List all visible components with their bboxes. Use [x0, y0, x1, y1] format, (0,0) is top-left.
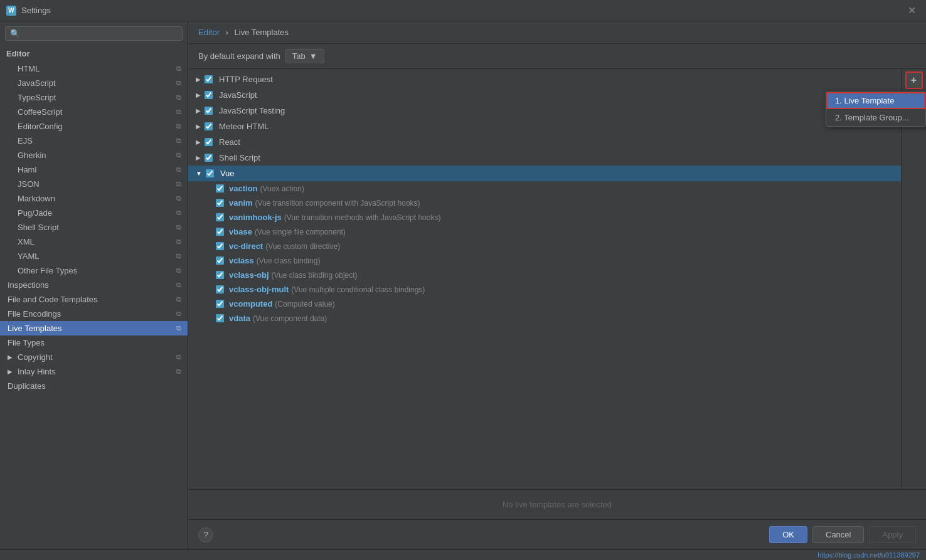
template-group-httprequest: ▶ HTTP Request: [188, 71, 901, 87]
sidebar-item-html[interactable]: HTML ⧉: [0, 61, 188, 76]
sidebar-item-yaml[interactable]: YAML ⧉: [0, 249, 188, 263]
sidebar-item-label: CoffeeScript: [18, 107, 62, 117]
template-group-javascripttesting: ▶ JavaScript Testing: [188, 103, 901, 119]
menu-item-livetemplate[interactable]: 1. Live Template: [826, 92, 925, 109]
sidebar-item-haml[interactable]: Haml ⧉: [0, 162, 188, 177]
expand-arrow-icon: ▶: [196, 76, 201, 83]
list-item[interactable]: vclass (Vue class binding): [188, 253, 901, 268]
item-name: vclass-obj-mult: [229, 285, 289, 294]
sidebar-item-json[interactable]: JSON ⧉: [0, 177, 188, 191]
sidebar-item-fileandcodetemplates[interactable]: File and Code Templates ⧉: [0, 292, 188, 307]
list-item[interactable]: vcomputed (Computed value): [188, 297, 901, 311]
sidebar-item-fileencodings[interactable]: File Encodings ⧉: [0, 307, 188, 321]
item-checkbox[interactable]: [216, 213, 224, 221]
search-input[interactable]: [23, 29, 178, 38]
copy-icon: ⧉: [176, 295, 181, 304]
sidebar-item-filetypes[interactable]: File Types: [0, 335, 188, 350]
group-checkbox-javascript[interactable]: [205, 91, 213, 99]
add-button[interactable]: +: [905, 71, 923, 89]
copy-icon: ⧉: [176, 310, 181, 318]
sidebar-item-gherkin[interactable]: Gherkin ⧉: [0, 148, 188, 162]
sidebar-item-label: Other File Types: [18, 266, 77, 275]
help-button[interactable]: ?: [198, 527, 213, 542]
breadcrumb-parent[interactable]: Editor: [198, 28, 220, 37]
item-checkbox[interactable]: [216, 199, 224, 207]
app-icon: W: [6, 6, 16, 16]
sidebar-item-editorconfig[interactable]: EditorConfig ⧉: [0, 119, 188, 134]
group-checkbox-meteorhtml[interactable]: [205, 122, 213, 130]
sidebar-item-duplicates[interactable]: Duplicates: [0, 379, 188, 393]
editor-section-header: Editor: [0, 46, 188, 61]
sidebar-item-javascript[interactable]: JavaScript ⧉: [0, 76, 188, 90]
list-item[interactable]: vc-direct (Vue custom directive): [188, 239, 901, 253]
sidebar-item-xml[interactable]: XML ⧉: [0, 235, 188, 249]
template-group-header-react[interactable]: ▶ React: [188, 134, 901, 150]
copy-icon: ⧉: [176, 223, 181, 231]
copy-icon: ⧉: [176, 93, 181, 102]
group-label: Vue: [220, 169, 235, 178]
item-checkbox[interactable]: [216, 184, 224, 193]
sidebar-item-typescript[interactable]: TypeScript ⧉: [0, 90, 188, 105]
dialog-title: Settings: [21, 6, 904, 15]
sidebar-item-inlayhints[interactable]: ▶ Inlay Hints ⧉: [0, 364, 188, 379]
search-icon: 🔍: [10, 29, 20, 38]
item-checkbox[interactable]: [216, 228, 224, 236]
group-checkbox-javascripttesting[interactable]: [205, 107, 213, 115]
close-button[interactable]: ✕: [904, 3, 920, 18]
sidebar-item-label: JSON: [18, 179, 40, 189]
sidebar-item-markdown[interactable]: Markdown ⧉: [0, 191, 188, 206]
sidebar-item-inspections[interactable]: Inspections ⧉: [0, 278, 188, 292]
template-group-header-vue[interactable]: ▼ Vue: [188, 166, 901, 181]
right-actions-panel: + 1. Live Template 2. Template Group... …: [901, 69, 926, 489]
sidebar-item-shellscript[interactable]: Shell Script ⧉: [0, 220, 188, 235]
item-checkbox[interactable]: [216, 256, 224, 265]
item-checkbox[interactable]: [216, 285, 224, 293]
expand-dropdown[interactable]: Tab ▼: [285, 49, 324, 63]
template-group-vue: ▼ Vue vaction (Vuex action): [188, 166, 901, 325]
template-group-header-javascript[interactable]: ▶ JavaScript: [188, 87, 901, 103]
template-group-header-shellscript[interactable]: ▶ Shell Script: [188, 150, 901, 166]
group-checkbox-httprequest[interactable]: [205, 75, 213, 83]
apply-button[interactable]: Apply: [869, 526, 916, 543]
chevron-down-icon: ▼: [309, 51, 317, 61]
list-item[interactable]: vclass-obj (Vue class binding object): [188, 268, 901, 282]
list-item[interactable]: vdata (Vue component data): [188, 311, 901, 325]
group-checkbox-shellscript[interactable]: [205, 154, 213, 162]
copy-icon: ⧉: [176, 238, 181, 246]
sidebar-item-pugjade[interactable]: Pug/Jade ⧉: [0, 206, 188, 220]
item-desc: (Vuex action): [260, 184, 304, 193]
sidebar-item-ejs[interactable]: EJS ⧉: [0, 134, 188, 148]
sidebar-item-label: Copyright: [18, 352, 53, 362]
menu-item-templategroup[interactable]: 2. Template Group...: [826, 109, 925, 126]
copy-icon: ⧉: [176, 65, 181, 73]
sidebar-item-livetemplates[interactable]: Live Templates ⧉: [0, 321, 188, 335]
group-checkbox-vue[interactable]: [206, 169, 214, 177]
sidebar-item-label: Live Templates: [8, 324, 61, 333]
list-item[interactable]: vaction (Vuex action): [188, 181, 901, 196]
list-item[interactable]: vanimhook-js (Vue transition methods wit…: [188, 210, 901, 225]
template-group-header-httprequest[interactable]: ▶ HTTP Request: [188, 71, 901, 87]
title-bar: W Settings ✕: [0, 0, 926, 21]
status-bar: https://blog.csdn.net/u011389297: [0, 549, 926, 560]
cancel-button[interactable]: Cancel: [812, 526, 864, 543]
sidebar-item-copyright[interactable]: ▶ Copyright ⧉: [0, 350, 188, 364]
item-checkbox[interactable]: [216, 242, 224, 250]
sidebar-item-label: File and Code Templates: [8, 295, 98, 304]
template-group-header-meteorhtml[interactable]: ▶ Meteor HTML: [188, 119, 901, 134]
template-group-header-javascripttesting[interactable]: ▶ JavaScript Testing: [188, 103, 901, 119]
item-checkbox[interactable]: [216, 314, 224, 322]
list-item[interactable]: vclass-obj-mult (Vue multiple conditiona…: [188, 282, 901, 297]
template-group-react: ▶ React: [188, 134, 901, 150]
list-item[interactable]: vanim (Vue transition component with Jav…: [188, 196, 901, 210]
sidebar-item-coffeescript[interactable]: CoffeeScript ⧉: [0, 105, 188, 119]
search-box[interactable]: 🔍: [5, 26, 183, 41]
dropdown-value: Tab: [292, 51, 306, 61]
item-checkbox[interactable]: [216, 271, 224, 279]
toolbar-label: By default expand with: [198, 51, 280, 61]
ok-button[interactable]: OK: [769, 526, 807, 543]
group-label: HTTP Request: [219, 75, 273, 84]
list-item[interactable]: vbase (Vue single file component): [188, 225, 901, 239]
sidebar-item-otherfiletypes[interactable]: Other File Types ⧉: [0, 263, 188, 278]
item-checkbox[interactable]: [216, 300, 224, 308]
group-checkbox-react[interactable]: [205, 138, 213, 146]
